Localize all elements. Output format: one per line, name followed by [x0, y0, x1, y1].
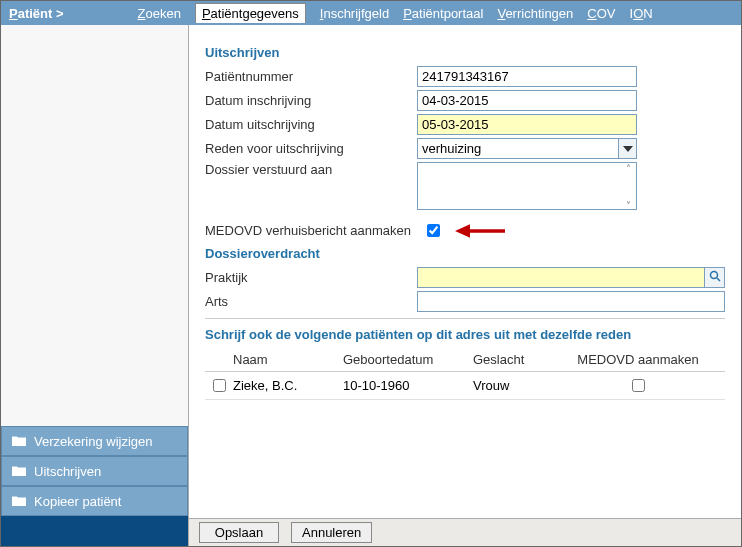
table-header: Naam Geboortedatum Geslacht MEDOVD aanma…	[205, 348, 725, 372]
divider	[205, 318, 725, 319]
dossier-verstuurd-textarea[interactable]	[417, 162, 637, 210]
reden-label: Reden voor uitschrijving	[205, 141, 417, 156]
section-dossieroverdracht-title: Dossieroverdracht	[205, 246, 725, 261]
header-medovd: MEDOVD aanmaken	[563, 352, 713, 367]
tab-patientgegevens[interactable]: Patiëntgegevens	[195, 3, 306, 23]
tab-ion[interactable]: ION	[630, 6, 653, 21]
arts-input[interactable]	[417, 291, 725, 312]
sidebar: Verzekering wijzigen Uitschrijven Kopiee…	[1, 25, 189, 546]
arts-label: Arts	[205, 294, 417, 309]
datum-uitschrijving-input[interactable]	[417, 114, 637, 135]
table-row: Zieke, B.C. 10-10-1960 Vrouw	[205, 372, 725, 400]
row-geslacht: Vrouw	[473, 378, 563, 393]
header-naam: Naam	[233, 352, 343, 367]
tab-cov[interactable]: COV	[587, 6, 615, 21]
tab-inschrijfgeld[interactable]: Inschrijfgeld	[320, 6, 389, 21]
sidebar-item-uitschrijven[interactable]: Uitschrijven	[1, 456, 188, 486]
medovd-label: MEDOVD verhuisbericht aanmaken	[205, 223, 417, 238]
sidebar-item-label: Verzekering wijzigen	[34, 434, 153, 449]
cancel-button[interactable]: Annuleren	[291, 522, 372, 543]
datum-uitschrijving-label: Datum uitschrijving	[205, 117, 417, 132]
top-toolbar: Patiënt > Zoeken Patiëntgegevens Inschri…	[1, 1, 741, 25]
datum-inschrijving-input[interactable]	[417, 90, 637, 111]
tab-bar: Zoeken Patiëntgegevens Inschrijfgeld Pat…	[138, 3, 653, 23]
sidebar-item-label: Uitschrijven	[34, 464, 101, 479]
row-select-checkbox[interactable]	[213, 379, 226, 392]
sidebar-item-kopieer[interactable]: Kopieer patiënt	[1, 486, 188, 516]
header-geboortedatum: Geboortedatum	[343, 352, 473, 367]
bottom-bar: Opslaan Annuleren	[189, 518, 741, 546]
sidebar-item-label: Kopieer patiënt	[34, 494, 121, 509]
row-naam: Zieke, B.C.	[233, 378, 343, 393]
section-patients-title: Schrijf ook de volgende patiënten op dit…	[205, 327, 725, 342]
search-icon	[709, 270, 721, 285]
reden-select[interactable]: verhuizing	[417, 138, 637, 159]
sidebar-footer	[1, 516, 188, 546]
header-geslacht: Geslacht	[473, 352, 563, 367]
tab-zoeken[interactable]: Zoeken	[138, 6, 181, 21]
tab-patientportaal[interactable]: Patiëntportaal	[403, 6, 483, 21]
patientnummer-input[interactable]	[417, 66, 637, 87]
folder-icon	[12, 434, 26, 449]
medovd-checkbox[interactable]	[427, 224, 440, 237]
folder-icon	[12, 464, 26, 479]
svg-point-0	[710, 272, 717, 279]
praktijk-label: Praktijk	[205, 270, 417, 285]
dossier-verstuurd-label: Dossier verstuurd aan	[205, 162, 417, 177]
breadcrumb[interactable]: Patiënt >	[9, 6, 64, 21]
folder-icon	[12, 494, 26, 509]
tab-verrichtingen[interactable]: Verrichtingen	[497, 6, 573, 21]
svg-line-1	[717, 278, 720, 281]
row-geboortedatum: 10-10-1960	[343, 378, 473, 393]
sidebar-item-verzekering[interactable]: Verzekering wijzigen	[1, 426, 188, 456]
patientnummer-label: Patiëntnummer	[205, 69, 417, 84]
section-uitschrijven-title: Uitschrijven	[205, 45, 725, 60]
datum-inschrijving-label: Datum inschrijving	[205, 93, 417, 108]
praktijk-input[interactable]	[417, 267, 705, 288]
arrow-left-icon	[455, 224, 505, 238]
save-button[interactable]: Opslaan	[199, 522, 279, 543]
praktijk-search-button[interactable]	[705, 267, 725, 288]
row-medovd-checkbox[interactable]	[632, 379, 645, 392]
